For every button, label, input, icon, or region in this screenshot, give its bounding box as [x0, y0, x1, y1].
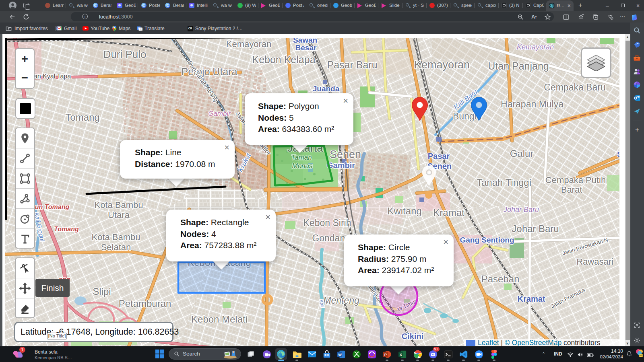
svg-text:CR: CR — [188, 27, 192, 30]
svg-text:Kwitang: Kwitang — [387, 206, 421, 216]
svg-text:Kota Bambu: Kota Bambu — [94, 200, 143, 210]
svg-text:Gambir: Gambir — [208, 110, 231, 117]
svg-text:文: 文 — [140, 28, 142, 30]
svg-text:Kebon Sirih: Kebon Sirih — [303, 218, 351, 228]
svg-text:Cikini: Cikini — [402, 332, 423, 341]
svg-text:W: W — [338, 352, 342, 356]
svg-text:Sene: Sene — [617, 150, 619, 158]
svg-text:Tomang: Tomang — [65, 112, 99, 123]
svg-text:Juanda: Juanda — [313, 84, 340, 93]
svg-text:G: G — [138, 27, 140, 29]
svg-text:Kemayoran: Kemayoran — [414, 59, 470, 71]
svg-text:Gambir: Gambir — [327, 161, 355, 170]
svg-text:P: P — [384, 352, 386, 356]
svg-text:Gang Sentiong: Gang Sentiong — [460, 236, 514, 244]
svg-text:an Kyal Tapa: an Kyal Tapa — [34, 73, 71, 80]
svg-text:Johar Baru: Johar Baru — [512, 223, 559, 234]
svg-text:PRE: PRE — [640, 355, 643, 357]
svg-text:Rawasari: Rawasari — [576, 257, 613, 267]
svg-text:Pasar Baru: Pasar Baru — [327, 59, 377, 70]
svg-text:Kota Bambu: Kota Bambu — [91, 232, 140, 242]
svg-text:sun Tomang: sun Tomang — [31, 204, 70, 210]
svg-text:Tanah Tinggi: Tanah Tinggi — [477, 177, 531, 188]
svg-text:Kramat: Kramat — [518, 294, 545, 303]
svg-text:Utara: Utara — [108, 210, 130, 220]
svg-text:Kebon Kelapa: Kebon Kelapa — [252, 54, 315, 65]
svg-text:Cempaka Putih: Cempaka Putih — [545, 175, 606, 185]
svg-text:Duri Pulo: Duri Pulo — [103, 48, 147, 60]
svg-text:Kemayoran: Kemayoran — [517, 43, 554, 51]
svg-text:Petamburan: Petamburan — [119, 298, 171, 309]
svg-text:X: X — [399, 352, 402, 356]
svg-text:Galur: Galur — [510, 148, 534, 159]
svg-text:Utan Panjang: Utan Panjang — [488, 60, 549, 72]
svg-text:Harapan Mulya: Harapan Mulya — [501, 99, 564, 109]
svg-text:Kemayoran: Kemayoran — [226, 39, 272, 49]
svg-text:Besar: Besar — [295, 43, 317, 52]
svg-text:Kramat: Kramat — [433, 207, 464, 218]
svg-text:Tomang: Tomang — [54, 226, 79, 232]
svg-text:Paseban: Paseban — [481, 274, 520, 284]
svg-text:Senen: Senen — [330, 148, 361, 160]
svg-text:Menteng: Menteng — [323, 295, 359, 306]
svg-text:Selatan: Selatan — [101, 242, 131, 252]
svg-text:Kebon Melati: Kebon Melati — [191, 314, 248, 325]
svg-text:Slipi: Slipi — [93, 286, 111, 297]
svg-text:Pasar: Pasar — [428, 152, 450, 160]
svg-text:Johar Baru: Johar Baru — [503, 206, 539, 214]
svg-text:Barat: Barat — [561, 185, 582, 195]
svg-text:Cempaka Baru: Cempaka Baru — [544, 82, 605, 93]
